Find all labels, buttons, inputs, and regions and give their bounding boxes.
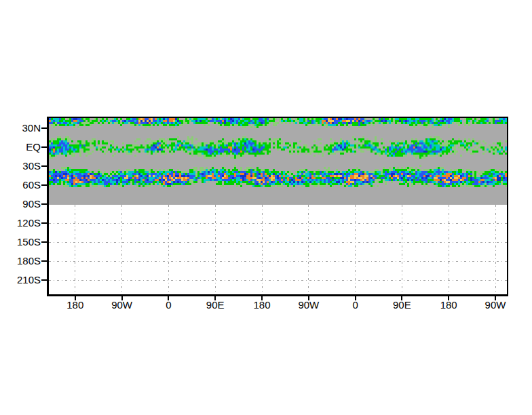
y-tick-mark [41, 165, 47, 167]
horizontal-gridline [49, 223, 507, 224]
y-tick-mark [41, 279, 47, 281]
x-tick-label: 0 [334, 300, 377, 311]
y-tick-label: 30S [0, 161, 41, 172]
horizontal-gridline [49, 242, 507, 243]
vertical-gridline [121, 205, 122, 294]
y-tick-mark [41, 260, 47, 262]
x-tick-label: 90W [287, 300, 330, 311]
y-tick-mark [41, 203, 47, 205]
x-tick-mark [308, 296, 309, 300]
vertical-gridline [495, 205, 496, 294]
y-tick-mark [41, 127, 47, 129]
x-tick-label: 180 [427, 300, 470, 311]
heatmap-canvas [49, 118, 507, 205]
y-tick-label: 210S [0, 275, 41, 285]
y-tick-mark [41, 146, 47, 148]
x-tick-mark [75, 296, 76, 300]
y-tick-label: 60S [0, 180, 41, 191]
x-tick-label: 0 [147, 300, 190, 311]
plot-border-bottom [47, 294, 508, 296]
x-tick-label: 180 [240, 300, 284, 311]
y-tick-label: 120S [0, 218, 41, 229]
y-tick-mark [41, 241, 47, 243]
figure: 30NEQ30S60S90S120S150S180S210S18090W090E… [0, 0, 532, 415]
x-tick-mark [355, 296, 356, 300]
x-tick-mark [121, 296, 123, 300]
x-tick-label: 90W [100, 300, 144, 311]
y-tick-label: 180S [0, 256, 41, 266]
horizontal-gridline [49, 261, 507, 262]
x-tick-mark [448, 296, 449, 300]
vertical-gridline [262, 205, 263, 294]
x-tick-mark [214, 296, 216, 300]
vertical-gridline [308, 205, 309, 294]
plot-border-right [507, 117, 508, 296]
y-tick-label: 90S [0, 199, 41, 210]
x-tick-label: 90E [193, 300, 237, 311]
x-tick-label: 180 [54, 300, 97, 311]
vertical-gridline [215, 205, 216, 294]
y-tick-label: EQ [0, 142, 41, 153]
vertical-gridline [449, 205, 449, 294]
y-tick-label: 150S [0, 237, 41, 248]
x-tick-label: 90E [380, 300, 423, 311]
vertical-gridline [402, 205, 402, 294]
vertical-gridline [355, 205, 356, 294]
vertical-gridline [168, 205, 169, 294]
vertical-gridline [75, 205, 75, 294]
horizontal-gridline [49, 280, 507, 281]
x-tick-mark [495, 296, 496, 300]
y-tick-mark [41, 222, 47, 224]
x-tick-label: 90W [474, 300, 517, 311]
x-tick-mark [261, 296, 263, 300]
x-tick-mark [401, 296, 402, 300]
y-tick-mark [41, 184, 47, 186]
y-tick-label: 30N [0, 123, 41, 134]
x-tick-mark [168, 296, 169, 300]
